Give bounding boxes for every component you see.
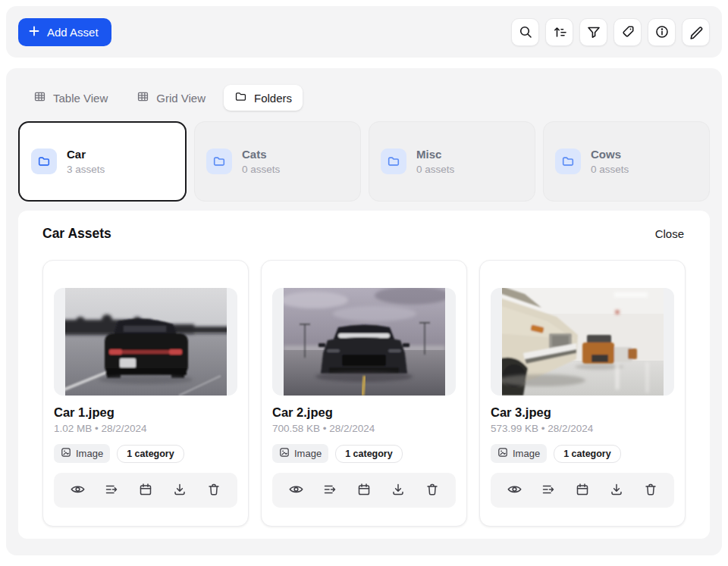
image-icon	[497, 447, 508, 460]
download-icon	[609, 482, 624, 499]
asset-card-car-1[interactable]: Car 1.jpeg 1.02 MB • 28/2/2024 Image 1 c…	[42, 260, 249, 527]
asset-action-bar	[491, 473, 674, 508]
folder-card-cats[interactable]: Cats 0 assets	[194, 121, 361, 202]
car-2-photo	[284, 288, 445, 396]
blue-folder-icon	[206, 149, 232, 174]
move-to-list-button[interactable]	[538, 480, 559, 501]
folder-card-cows[interactable]: Cows 0 assets	[543, 121, 710, 202]
image-type-badge: Image	[272, 444, 328, 463]
move-to-list-button[interactable]	[319, 480, 340, 501]
image-type-label: Image	[76, 448, 103, 459]
download-icon	[172, 482, 187, 499]
calendar-button[interactable]	[572, 480, 593, 501]
folder-name: Cats	[242, 148, 280, 161]
image-type-badge: Image	[54, 444, 110, 463]
tab-grid-view[interactable]: Grid View	[126, 85, 216, 111]
preview-button[interactable]	[67, 480, 88, 501]
main-panel: Table View Grid View Folders	[6, 68, 722, 555]
blue-folder-icon	[31, 149, 57, 174]
delete-button[interactable]	[203, 480, 224, 501]
asset-thumbnail-car-3[interactable]	[491, 288, 674, 396]
filter-button[interactable]	[579, 18, 607, 46]
preview-button[interactable]	[504, 480, 525, 501]
folders-row: Car 3 assets Cats 0 assets Misc	[18, 121, 710, 202]
asset-action-bar	[272, 473, 456, 508]
download-button[interactable]	[606, 480, 627, 501]
delete-button[interactable]	[422, 480, 443, 501]
image-icon	[279, 447, 290, 460]
folder-card-misc[interactable]: Misc 0 assets	[369, 121, 535, 202]
trash-icon	[206, 482, 221, 499]
tab-table-view[interactable]: Table View	[23, 85, 118, 111]
preview-button[interactable]	[285, 480, 306, 501]
asset-thumbnail-car-2[interactable]	[272, 288, 456, 396]
asset-meta: 700.58 KB • 28/2/2024	[272, 423, 456, 434]
close-button[interactable]: Close	[648, 224, 692, 243]
tab-folders[interactable]: Folders	[224, 85, 303, 111]
view-tabs: Table View Grid View Folders	[23, 85, 710, 111]
category-badge[interactable]: 1 category	[117, 445, 184, 463]
folder-card-car[interactable]: Car 3 assets	[18, 121, 187, 202]
assets-panel-title: Car Assets	[42, 226, 111, 242]
asset-manager-page: Add Asset	[0, 0, 728, 566]
image-type-label: Image	[294, 448, 322, 459]
search-icon	[518, 24, 533, 39]
tag-button[interactable]	[613, 18, 642, 46]
download-icon	[391, 482, 406, 499]
edit-button[interactable]	[682, 18, 710, 46]
asset-grid: Car 1.jpeg 1.02 MB • 28/2/2024 Image 1 c…	[30, 260, 698, 527]
asset-meta: 1.02 MB • 28/2/2024	[54, 423, 237, 434]
info-button[interactable]	[648, 18, 676, 46]
car-1-photo	[65, 288, 227, 396]
asset-thumbnail-car-1[interactable]	[54, 288, 237, 396]
blue-folder-icon	[381, 149, 406, 174]
blue-folder-icon	[555, 149, 581, 174]
toolbar-icon-buttons	[511, 18, 710, 46]
image-icon	[61, 447, 71, 460]
filter-funnel-icon	[586, 24, 601, 39]
info-icon	[654, 24, 670, 39]
sort-ascending-icon	[552, 24, 567, 39]
calendar-icon	[575, 482, 590, 499]
asset-card-car-3[interactable]: Car 3.jpeg 573.99 KB • 28/2/2024 Image 1…	[479, 260, 686, 527]
eye-icon	[507, 481, 522, 499]
sort-button[interactable]	[545, 18, 573, 46]
calendar-icon	[138, 482, 153, 499]
pencil-icon	[689, 24, 704, 39]
folder-assets-panel: Car Assets Close	[18, 211, 710, 539]
folder-count: 0 assets	[242, 164, 280, 175]
move-to-list-button[interactable]	[101, 480, 122, 501]
table-icon	[33, 90, 46, 105]
asset-name: Car 1.jpeg	[54, 405, 237, 420]
badge-row: Image 1 category	[272, 444, 456, 463]
add-asset-button[interactable]: Add Asset	[18, 18, 111, 46]
plus-icon	[28, 25, 40, 39]
folder-name: Cows	[591, 148, 629, 161]
badge-row: Image 1 category	[491, 444, 674, 463]
list-arrow-icon	[541, 482, 556, 499]
download-button[interactable]	[169, 480, 190, 501]
folder-name: Misc	[416, 148, 454, 161]
add-asset-label: Add Asset	[47, 26, 99, 39]
folder-count: 0 assets	[416, 164, 454, 175]
calendar-icon	[356, 482, 372, 499]
delete-button[interactable]	[640, 480, 661, 501]
calendar-button[interactable]	[353, 480, 375, 501]
asset-action-bar	[54, 473, 237, 508]
asset-card-car-2[interactable]: Car 2.jpeg 700.58 KB • 28/2/2024 Image 1…	[261, 260, 467, 527]
folder-count: 3 assets	[67, 164, 105, 175]
badge-row: Image 1 category	[54, 444, 237, 463]
category-badge[interactable]: 1 category	[554, 445, 621, 463]
tag-icon	[620, 24, 635, 39]
folder-name: Car	[67, 148, 105, 161]
download-button[interactable]	[388, 480, 409, 501]
calendar-button[interactable]	[135, 480, 156, 501]
trash-icon	[425, 482, 440, 499]
tab-folders-label: Folders	[254, 92, 292, 105]
search-button[interactable]	[511, 18, 539, 46]
car-3-photo	[502, 288, 664, 396]
grid-icon	[136, 90, 149, 105]
tab-grid-view-label: Grid View	[156, 92, 206, 105]
category-badge[interactable]: 1 category	[335, 445, 403, 463]
tab-table-view-label: Table View	[53, 92, 108, 105]
